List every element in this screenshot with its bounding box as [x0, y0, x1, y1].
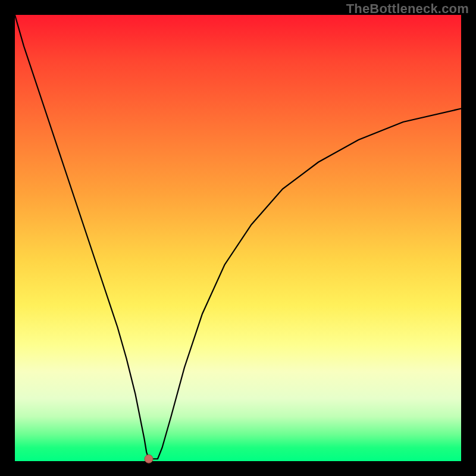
plot-area: [15, 15, 461, 461]
minimum-marker: [145, 455, 153, 463]
bottleneck-curve: [15, 15, 461, 459]
curve-layer: [15, 15, 461, 461]
chart-root: TheBottleneck.com: [0, 0, 476, 476]
